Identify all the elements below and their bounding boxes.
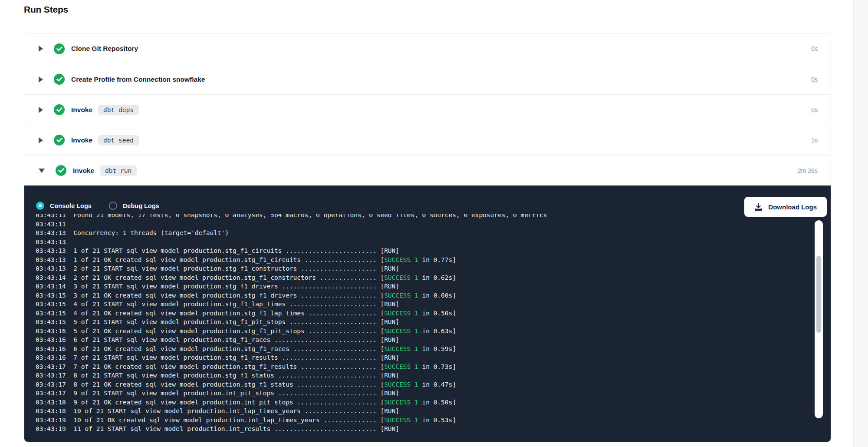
radio-label: Debug Logs — [123, 202, 159, 209]
radio-debug-logs[interactable]: Debug Logs — [109, 202, 159, 210]
step-row-invoke-dbt-seed[interactable]: Invoke dbt seed 1s — [24, 125, 831, 155]
step-row-invoke-dbt-deps[interactable]: Invoke dbt deps 0s — [24, 94, 831, 125]
page-title: Run Steps — [24, 4, 68, 15]
success-check-icon — [54, 104, 65, 115]
step-duration: 0s — [811, 45, 818, 52]
run-steps-page: Run Steps Clone Git Repository 0s Create… — [0, 0, 868, 447]
chevron-right-icon — [39, 107, 43, 113]
step-title: Invoke — [71, 106, 92, 114]
success-check-icon — [54, 74, 65, 85]
radio-label: Console Logs — [50, 202, 92, 209]
console-panel: Console Logs Debug Logs Download Logs 03 — [24, 185, 831, 442]
console-scrollbar-track[interactable] — [815, 220, 823, 418]
radio-selected-icon — [36, 202, 44, 210]
console-log-lines: 03:43:11 Found 21 models, 17 tests, 0 sn… — [36, 214, 831, 434]
step-duration: 2m 26s — [798, 167, 818, 174]
chevron-right-icon — [39, 137, 43, 143]
log-type-radio-group: Console Logs Debug Logs — [36, 202, 159, 210]
right-gutter — [853, 0, 868, 447]
step-duration: 0s — [811, 76, 818, 83]
radio-unselected-icon — [109, 202, 117, 210]
step-title: Create Profile from Connection snowflake — [71, 76, 205, 83]
success-check-icon — [54, 43, 65, 54]
step-title: Invoke — [73, 167, 94, 175]
console-scrollbar-thumb[interactable] — [816, 256, 821, 333]
success-check-icon — [56, 165, 66, 176]
step-row-create-profile[interactable]: Create Profile from Connection snowflake… — [24, 64, 831, 94]
step-row-invoke-dbt-run[interactable]: Invoke dbt run 2m 26s — [24, 155, 831, 185]
step-title: Invoke — [71, 136, 92, 144]
chevron-right-icon — [39, 46, 43, 52]
command-chip: dbt run — [100, 166, 137, 176]
download-logs-label: Download Logs — [768, 203, 817, 211]
chevron-down-icon — [39, 169, 45, 173]
run-steps-card: Clone Git Repository 0s Create Profile f… — [24, 33, 831, 442]
command-chip: dbt deps — [98, 105, 139, 115]
step-duration: 1s — [811, 137, 818, 144]
chevron-right-icon — [39, 76, 43, 83]
console-log-viewport[interactable]: 03:43:11 Found 21 models, 17 tests, 0 sn… — [24, 214, 831, 442]
step-duration: 0s — [811, 106, 818, 113]
radio-console-logs[interactable]: Console Logs — [36, 202, 92, 210]
step-title: Clone Git Repository — [71, 45, 138, 53]
command-chip: dbt seed — [98, 135, 139, 146]
download-icon — [754, 203, 763, 211]
success-check-icon — [54, 135, 65, 146]
step-row-clone-git-repository[interactable]: Clone Git Repository 0s — [24, 33, 831, 64]
